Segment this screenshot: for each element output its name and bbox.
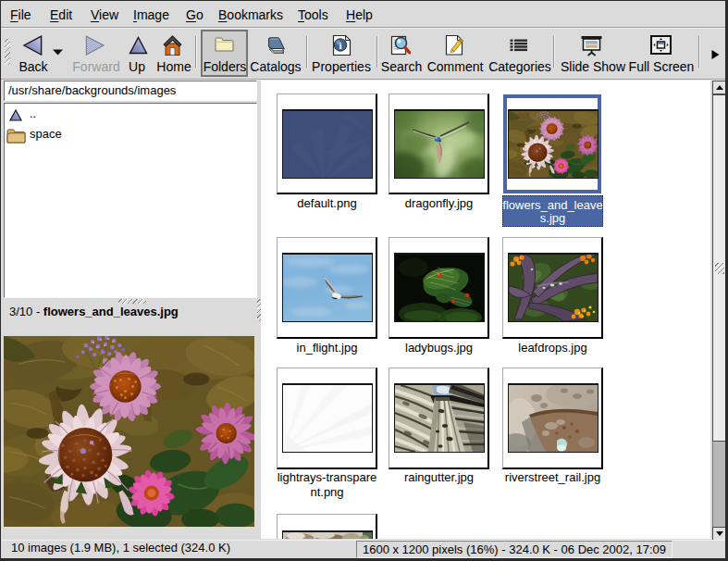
svg-text:i: i <box>339 40 341 51</box>
